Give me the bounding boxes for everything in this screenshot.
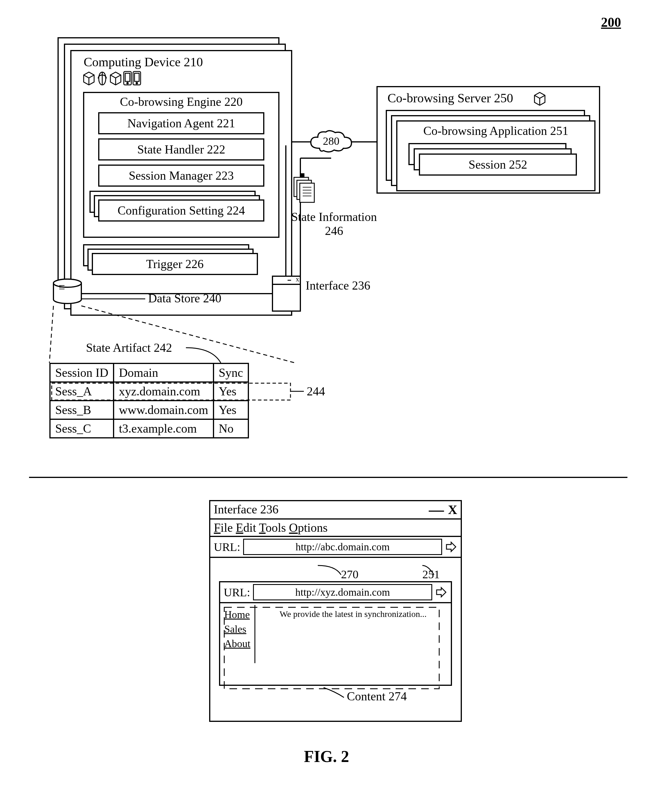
url-label: URL:	[214, 540, 240, 554]
svg-text:244: 244	[307, 385, 325, 398]
svg-text:Session Manager 223: Session Manager 223	[129, 169, 234, 182]
window-title: Interface 236	[214, 502, 279, 517]
svg-marker-75	[446, 542, 456, 551]
svg-text:270: 270	[341, 568, 358, 581]
close-icon[interactable]: X	[448, 502, 457, 517]
inner-go-arrow-icon[interactable]	[435, 586, 448, 598]
col-sync: Sync	[213, 363, 248, 382]
link-home[interactable]: Home	[224, 609, 250, 621]
inner-url-input[interactable]	[253, 584, 432, 600]
svg-text:251: 251	[422, 568, 440, 581]
svg-text:Co-browsing Engine 220: Co-browsing Engine 220	[120, 95, 242, 108]
link-about[interactable]: About	[224, 638, 250, 650]
col-session-id: Session ID	[50, 363, 114, 382]
svg-text:x: x	[296, 275, 299, 283]
svg-rect-8	[125, 73, 130, 81]
menu-edit[interactable]: Edit	[236, 521, 256, 534]
svg-text:Interface 236: Interface 236	[306, 279, 370, 292]
svg-text:280: 280	[323, 135, 339, 147]
interface-window: Interface 236 — X File Edit Tools Option…	[209, 500, 462, 722]
svg-point-37	[53, 279, 81, 287]
svg-text:Navigation Agent 221: Navigation Agent 221	[128, 117, 235, 130]
svg-text:Trigger 226: Trigger 226	[146, 257, 204, 271]
table-row: Sess_C t3.example.com No	[50, 419, 248, 438]
svg-text:Configuration Setting 224: Configuration Setting 224	[118, 204, 245, 217]
svg-text:Co-browsing Application 251: Co-browsing Application 251	[423, 124, 568, 137]
svg-text:Session 252: Session 252	[469, 158, 527, 171]
menu-file[interactable]: File	[214, 521, 233, 534]
inner-url-label: URL:	[224, 586, 250, 599]
menu-options[interactable]: Options	[289, 521, 328, 534]
svg-text:246: 246	[325, 224, 343, 238]
table-row: Sess_A xyz.domain.com Yes	[50, 382, 248, 401]
figure-caption: FIG. 2	[0, 747, 653, 766]
col-domain: Domain	[114, 363, 213, 382]
content-text: We provide the latest in synchronization…	[255, 603, 451, 685]
table-row: Sess_B www.domain.com Yes	[50, 401, 248, 419]
svg-text:State Artifact 242: State Artifact 242	[86, 341, 172, 354]
svg-marker-78	[437, 588, 446, 597]
go-arrow-icon[interactable]	[445, 541, 457, 553]
svg-point-9	[127, 82, 128, 84]
inner-browser: URL: Home Sales About	[219, 581, 452, 686]
svg-line-43	[49, 306, 53, 363]
sidebar-links: Home Sales About	[220, 603, 254, 685]
link-sales[interactable]: Sales	[224, 623, 250, 635]
ref-labels: 270 251	[219, 564, 451, 581]
menu-bar: File Edit Tools Options	[210, 519, 461, 537]
divider	[29, 477, 627, 478]
state-artifact-table: Session ID Domain Sync Sess_A xyz.domain…	[49, 363, 249, 438]
device-title: Computing Device 210	[84, 55, 203, 69]
svg-text:State Information: State Information	[291, 210, 377, 224]
svg-rect-11	[134, 73, 139, 81]
svg-point-12	[136, 82, 138, 84]
svg-text:State Handler 222: State Handler 222	[137, 143, 225, 156]
minimize-icon[interactable]: —	[429, 507, 444, 513]
menu-tools[interactable]: Tools	[259, 521, 286, 534]
outer-url-input[interactable]	[243, 539, 442, 555]
svg-text:Data Store 240: Data Store 240	[148, 292, 221, 305]
svg-text:Co-browsing Server 250: Co-browsing Server 250	[388, 91, 513, 105]
